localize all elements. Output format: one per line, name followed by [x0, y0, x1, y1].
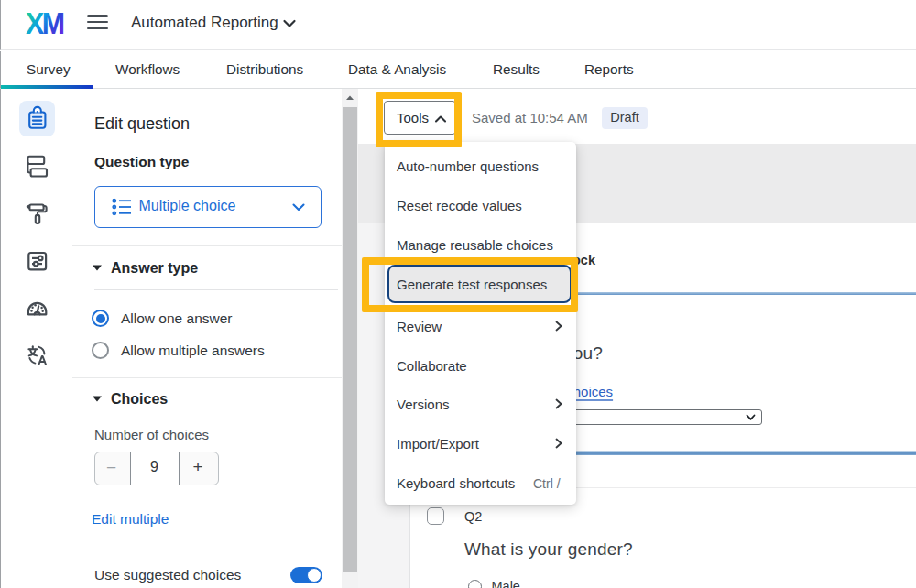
svg-text:XM: XM [26, 11, 64, 35]
